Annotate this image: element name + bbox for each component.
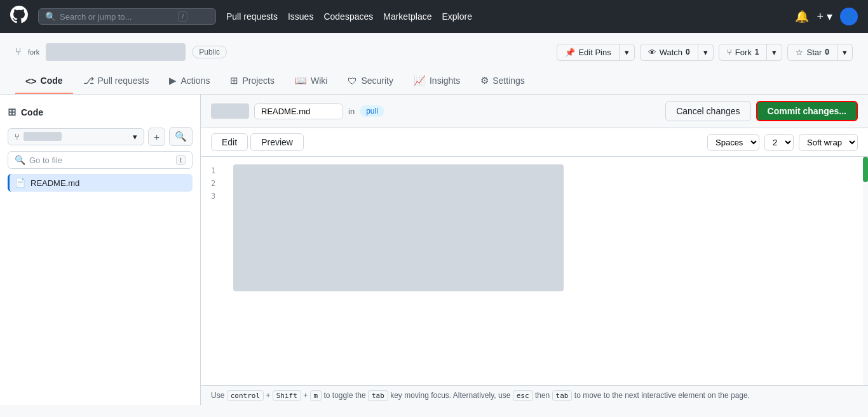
- add-file-button[interactable]: +: [148, 128, 165, 146]
- sidebar-header: ⊞ Code: [8, 102, 193, 122]
- star-button[interactable]: ☆ Star 0: [787, 44, 837, 61]
- star-group: ☆ Star 0 ▾: [787, 44, 853, 61]
- search-icon: 🔍: [45, 11, 56, 22]
- search-input[interactable]: [60, 12, 174, 22]
- edit-tab[interactable]: Edit: [211, 133, 248, 151]
- readme-file-item[interactable]: 📄 README.md: [8, 174, 193, 192]
- nav-marketplace[interactable]: Marketplace: [383, 11, 431, 22]
- tab-insights[interactable]: 📈 Insights: [403, 69, 470, 94]
- nav-right-actions: 🔔 + ▾ 👤: [795, 8, 858, 25]
- tab-security[interactable]: 🛡 Security: [337, 69, 403, 94]
- code-editor[interactable]: 1 2 3: [201, 157, 868, 385]
- footer-plus-1: +: [266, 391, 272, 400]
- repo-name: [46, 43, 186, 61]
- settings-icon: ⚙: [480, 75, 489, 86]
- code-icon: <>: [25, 76, 37, 86]
- editor-topbar: in pull Cancel changes Commit changes...: [201, 95, 868, 128]
- indent-select[interactable]: 2 4: [764, 134, 794, 151]
- scrollbar[interactable]: [863, 157, 868, 385]
- branch-dropdown[interactable]: ⑂ ▾: [8, 128, 144, 145]
- code-block-blurred: [233, 164, 564, 291]
- spaces-select[interactable]: Spaces Tabs: [707, 134, 759, 151]
- edit-pins-button[interactable]: 📌 Edit Pins: [557, 44, 619, 61]
- fork-dropdown[interactable]: ▾: [767, 44, 782, 61]
- watch-group: 👁 Watch 0 ▾: [640, 44, 714, 61]
- file-icon: 📄: [15, 178, 25, 188]
- main-content: ⊞ Code ⑂ ▾ + 🔍 🔍 t 📄 README.md in: [0, 95, 868, 405]
- watch-button[interactable]: 👁 Watch 0: [640, 44, 698, 61]
- scrollbar-thumb[interactable]: [863, 157, 868, 182]
- tab-code[interactable]: <> Code: [15, 69, 73, 94]
- tab-settings[interactable]: ⚙ Settings: [470, 69, 535, 94]
- branch-icon: ⑂: [15, 132, 20, 142]
- search-button[interactable]: 🔍: [169, 127, 193, 146]
- branch-name-blurred: [24, 132, 62, 141]
- control-key: control: [227, 390, 264, 401]
- sidebar: ⊞ Code ⑂ ▾ + 🔍 🔍 t 📄 README.md: [0, 95, 201, 405]
- notifications-button[interactable]: 🔔: [795, 10, 809, 23]
- m-key: m: [310, 390, 322, 401]
- edit-pins-dropdown[interactable]: ▾: [620, 44, 635, 61]
- nav-codespaces[interactable]: Codespaces: [323, 11, 373, 22]
- preview-tab[interactable]: Preview: [250, 133, 304, 151]
- repo-title-row: ⑂ fork Public 📌 Edit Pins ▾ 👁 Watch 0 ▾ …: [15, 43, 853, 61]
- filename-input[interactable]: [254, 103, 343, 119]
- fork-icon: ⑂: [15, 46, 22, 58]
- go-to-file-input[interactable]: [29, 156, 172, 165]
- nav-pull-requests[interactable]: Pull requests: [226, 11, 278, 22]
- nav-issues[interactable]: Issues: [288, 11, 313, 22]
- avatar[interactable]: 👤: [840, 8, 858, 25]
- top-navigation: 🔍 / Pull requests Issues Codespaces Mark…: [0, 0, 868, 33]
- edit-pins-group: 📌 Edit Pins ▾: [557, 44, 634, 61]
- branch-chevron-icon: ▾: [133, 132, 137, 142]
- edit-preview-tabs: Edit Preview: [211, 133, 304, 151]
- line-number-3: 3: [211, 190, 215, 202]
- in-label: in: [348, 107, 355, 116]
- fork-button[interactable]: ⑂ Fork 1: [719, 44, 768, 61]
- repo-actions: 📌 Edit Pins ▾ 👁 Watch 0 ▾ ⑂ Fork 1 ▾ ☆ S…: [557, 44, 853, 61]
- line-numbers: 1 2 3: [201, 157, 223, 385]
- nav-links: Pull requests Issues Codespaces Marketpl…: [226, 11, 472, 22]
- code-content[interactable]: [223, 157, 868, 385]
- footer-plus-2: +: [303, 391, 309, 400]
- esc-key: esc: [513, 390, 533, 401]
- commit-changes-button[interactable]: Commit changes...: [756, 101, 858, 121]
- wiki-icon: 📖: [295, 75, 307, 86]
- nav-explore[interactable]: Explore: [442, 11, 472, 22]
- cancel-changes-button[interactable]: Cancel changes: [665, 101, 750, 121]
- search-bar[interactable]: 🔍 /: [38, 8, 216, 25]
- footer-text-3: then: [535, 391, 552, 400]
- tab-key-2: tab: [552, 390, 573, 401]
- tab-pull-requests[interactable]: ⎇ Pull requests: [73, 69, 159, 94]
- fork-label: fork: [28, 48, 39, 56]
- tab-wiki[interactable]: 📖 Wiki: [285, 69, 337, 94]
- tab-actions[interactable]: ▶ Actions: [159, 69, 220, 94]
- editor-area: in pull Cancel changes Commit changes...…: [201, 95, 868, 405]
- add-button[interactable]: + ▾: [817, 10, 832, 23]
- footer-text-4: to move to the next interactive element …: [574, 391, 750, 400]
- footer-text-middle: to toggle the: [324, 391, 368, 400]
- editor-actions: Cancel changes Commit changes...: [665, 101, 858, 121]
- insights-icon: 📈: [414, 75, 426, 86]
- slash-shortcut: /: [178, 11, 187, 22]
- tab-projects[interactable]: ⊞ Projects: [220, 69, 285, 94]
- shift-key: Shift: [273, 390, 301, 401]
- fork-group: ⑂ Fork 1 ▾: [719, 44, 783, 61]
- github-logo[interactable]: [10, 6, 28, 27]
- footer-hint-text: Use: [211, 391, 227, 400]
- watch-dropdown[interactable]: ▾: [698, 44, 714, 61]
- soft-wrap-select[interactable]: Soft wrap No wrap: [799, 134, 858, 151]
- file-name: README.md: [31, 178, 79, 188]
- repo-tabs: <> Code ⎇ Pull requests ▶ Actions ⊞ Proj…: [15, 69, 853, 94]
- pr-icon: ⎇: [83, 75, 94, 86]
- line-number-2: 2: [211, 177, 215, 190]
- projects-icon: ⊞: [230, 75, 238, 86]
- tab-key-1: tab: [368, 390, 388, 401]
- sidebar-title: Code: [21, 107, 43, 117]
- edit-tabs-bar: Edit Preview Spaces Tabs 2 4 Soft wrap N…: [201, 128, 868, 157]
- go-to-file-icon: 🔍: [15, 155, 25, 165]
- public-badge: Public: [192, 46, 227, 58]
- go-to-file-row[interactable]: 🔍 t: [8, 151, 193, 169]
- line-number-1: 1: [211, 164, 215, 177]
- star-dropdown[interactable]: ▾: [837, 44, 853, 61]
